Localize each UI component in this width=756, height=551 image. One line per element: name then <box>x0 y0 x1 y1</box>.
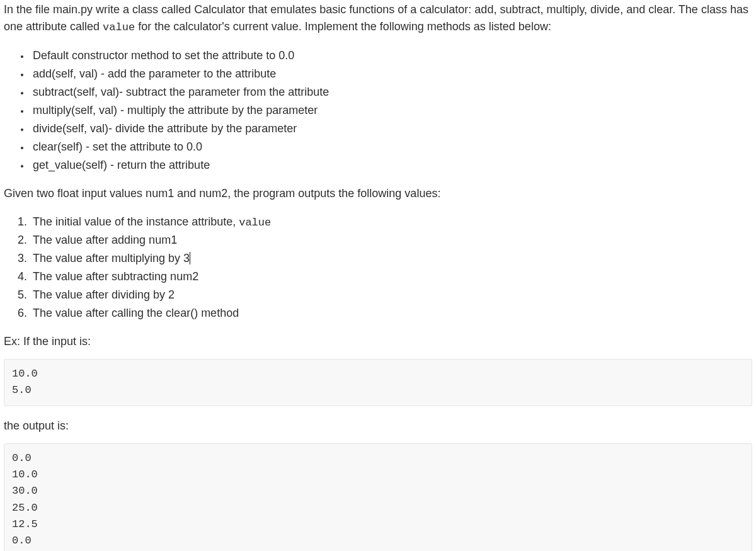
input-code-block: 10.0 5.0 <box>4 359 752 406</box>
step-item: The value after adding num1 <box>30 232 752 249</box>
step-1-prefix: The initial value of the instance attrib… <box>33 215 239 228</box>
method-item: multiply(self, val) - multiply the attri… <box>30 102 752 119</box>
method-item: add(self, val) - add the parameter to th… <box>30 65 752 82</box>
example-output-label: the output is: <box>4 418 752 435</box>
step-1-code: value <box>239 217 271 229</box>
method-item: clear(self) - set the attribute to 0.0 <box>30 139 752 156</box>
method-item: get_value(self) - return the attribute <box>30 157 752 174</box>
step-item: The value after dividing by 2 <box>30 287 752 304</box>
method-item: subtract(self, val)- subtract the parame… <box>30 84 752 101</box>
given-paragraph: Given two float input values num1 and nu… <box>4 185 752 202</box>
output-code-block: 0.0 10.0 30.0 25.0 12.5 0.0 <box>4 443 752 551</box>
step-item: The value after calling the clear() meth… <box>30 305 752 322</box>
method-item: divide(self, val)- divide the attribute … <box>30 120 752 137</box>
example-input-label: Ex: If the input is: <box>4 333 752 350</box>
method-item: Default constructor method to set the at… <box>30 47 752 64</box>
intro-code-attr: value <box>103 21 135 33</box>
problem-statement: In the file main.py write a class called… <box>0 0 756 551</box>
step-item: The initial value of the instance attrib… <box>30 213 752 231</box>
text-cursor <box>190 252 190 264</box>
steps-list: The initial value of the instance attrib… <box>4 213 752 322</box>
intro-suffix: for the calculator's current value. Impl… <box>135 20 551 33</box>
methods-list: Default constructor method to set the at… <box>4 47 752 174</box>
intro-paragraph: In the file main.py write a class called… <box>4 1 752 36</box>
step-item: The value after multiplying by 3 <box>30 250 752 267</box>
step-3-text: The value after multiplying by 3 <box>33 252 190 264</box>
step-item: The value after subtracting num2 <box>30 268 752 285</box>
